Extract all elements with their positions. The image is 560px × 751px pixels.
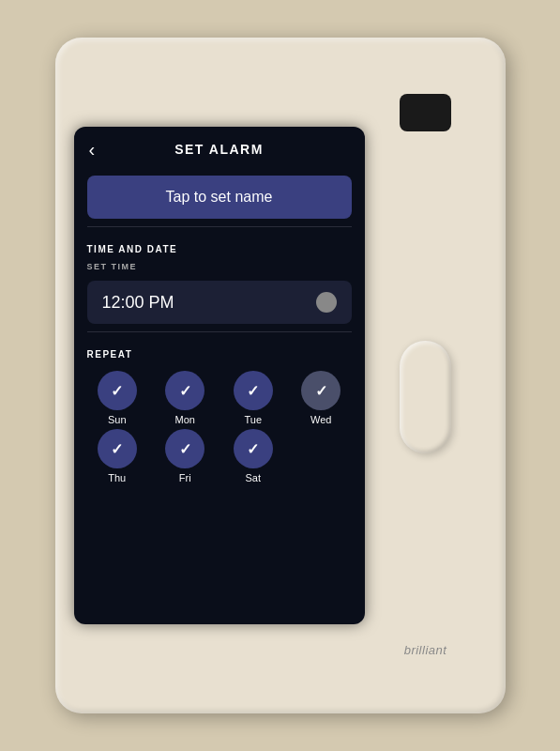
thu-circle: ✓ xyxy=(98,429,137,468)
mon-check: ✓ xyxy=(179,382,191,400)
time-toggle[interactable] xyxy=(316,292,337,313)
time-date-section-label: TIME AND DATE xyxy=(74,235,365,258)
wed-label: Wed xyxy=(310,414,331,425)
tue-circle: ✓ xyxy=(234,371,273,410)
sun-label: Sun xyxy=(108,414,127,425)
mon-label: Mon xyxy=(175,414,195,425)
tue-check: ✓ xyxy=(247,382,259,400)
days-row-2: ✓ Thu ✓ Fri ✓ Sat xyxy=(74,429,365,491)
day-mon[interactable]: ✓ Mon xyxy=(155,371,216,425)
wed-circle: ✓ xyxy=(301,371,341,410)
sun-check: ✓ xyxy=(111,382,123,400)
time-picker-row[interactable]: 12:00 PM xyxy=(87,281,352,324)
days-row-1: ✓ Sun ✓ Mon ✓ Tue ✓ Wed xyxy=(74,363,365,429)
day-wed[interactable]: ✓ Wed xyxy=(291,371,352,425)
wall-plate: ‹ SET ALARM Tap to set name TIME AND DAT… xyxy=(55,38,506,713)
wed-check: ✓ xyxy=(315,382,327,400)
thu-label: Thu xyxy=(108,472,126,483)
sat-circle: ✓ xyxy=(234,429,273,468)
day-tue[interactable]: ✓ Tue xyxy=(223,371,284,425)
sun-circle: ✓ xyxy=(98,371,137,410)
fri-check: ✓ xyxy=(179,440,191,458)
device-screen: ‹ SET ALARM Tap to set name TIME AND DAT… xyxy=(74,127,365,624)
fri-circle: ✓ xyxy=(165,429,204,468)
sat-label: Sat xyxy=(245,472,261,483)
divider-2 xyxy=(87,331,352,332)
mon-circle: ✓ xyxy=(165,371,204,410)
microphone xyxy=(400,94,451,131)
rocker-button[interactable] xyxy=(400,341,451,453)
day-empty xyxy=(291,429,352,483)
day-thu[interactable]: ✓ Thu xyxy=(87,429,148,483)
day-sun[interactable]: ✓ Sun xyxy=(87,371,148,425)
brand-label: brilliant xyxy=(404,643,447,657)
set-time-label: SET TIME xyxy=(74,258,365,277)
time-value: 12:00 PM xyxy=(102,293,174,313)
repeat-section-label: REPEAT xyxy=(74,340,365,363)
thu-check: ✓ xyxy=(111,440,123,458)
divider-1 xyxy=(87,226,352,227)
set-name-label: Tap to set name xyxy=(166,189,273,205)
day-sat[interactable]: ✓ Sat xyxy=(223,429,284,483)
day-fri[interactable]: ✓ Fri xyxy=(155,429,216,483)
sat-check: ✓ xyxy=(247,440,259,458)
tue-label: Tue xyxy=(244,414,262,425)
back-button[interactable]: ‹ xyxy=(89,140,96,159)
fri-label: Fri xyxy=(179,472,191,483)
page-title: SET ALARM xyxy=(174,142,264,157)
right-panel: brilliant xyxy=(365,56,487,695)
set-name-button[interactable]: Tap to set name xyxy=(87,176,352,219)
screen-header: ‹ SET ALARM xyxy=(74,127,365,168)
